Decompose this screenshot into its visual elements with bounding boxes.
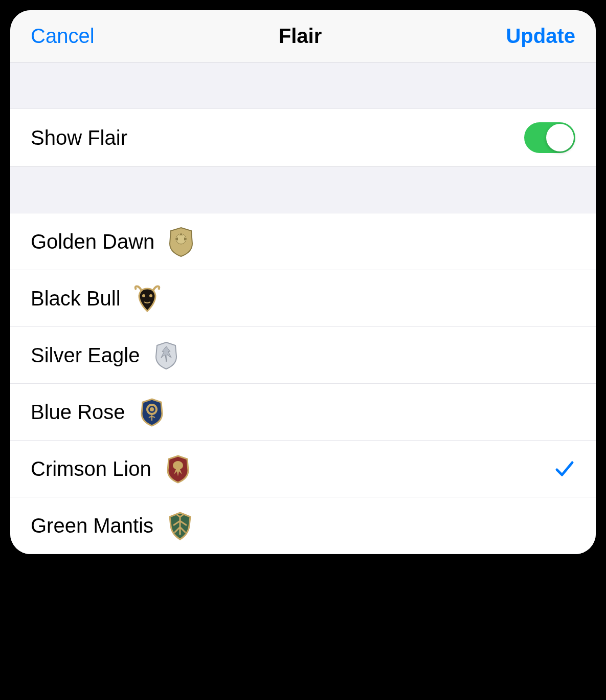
checkmark-icon [553, 457, 575, 480]
flair-option-green-mantis[interactable]: Green Mantis [10, 497, 596, 554]
svg-point-1 [142, 294, 145, 297]
flair-option-golden-dawn[interactable]: Golden Dawn [10, 213, 596, 270]
flair-label: Crimson Lion [31, 457, 151, 480]
silver-eagle-icon [151, 339, 182, 371]
green-mantis-icon [165, 510, 195, 541]
flair-label: Green Mantis [31, 514, 153, 537]
section-spacer [10, 167, 596, 213]
flair-label: Blue Rose [31, 401, 125, 424]
flair-label: Silver Eagle [31, 344, 140, 367]
page-title: Flair [279, 25, 322, 48]
black-bull-icon [132, 282, 163, 314]
flair-label: Golden Dawn [31, 230, 154, 253]
flair-list: Golden Dawn Black Bull Silver Eagle Blue… [10, 213, 596, 554]
svg-point-5 [150, 407, 154, 411]
svg-point-2 [149, 294, 152, 297]
show-flair-row: Show Flair [10, 108, 596, 167]
update-button[interactable]: Update [506, 25, 575, 48]
flair-label: Black Bull [31, 287, 121, 310]
toggle-knob [546, 124, 574, 151]
show-flair-toggle[interactable] [524, 122, 575, 153]
show-flair-label: Show Flair [31, 126, 524, 149]
flair-option-blue-rose[interactable]: Blue Rose [10, 384, 596, 441]
section-spacer [10, 62, 596, 108]
cancel-button[interactable]: Cancel [31, 25, 95, 48]
golden-dawn-icon [166, 226, 196, 257]
flair-option-black-bull[interactable]: Black Bull [10, 270, 596, 327]
blue-rose-icon [137, 396, 167, 428]
flair-option-crimson-lion[interactable]: Crimson Lion [10, 441, 596, 497]
crimson-lion-icon [163, 453, 193, 485]
flair-option-silver-eagle[interactable]: Silver Eagle [10, 327, 596, 384]
flair-sheet: Cancel Flair Update Show Flair Golden Da… [10, 10, 596, 554]
navbar: Cancel Flair Update [10, 10, 596, 62]
